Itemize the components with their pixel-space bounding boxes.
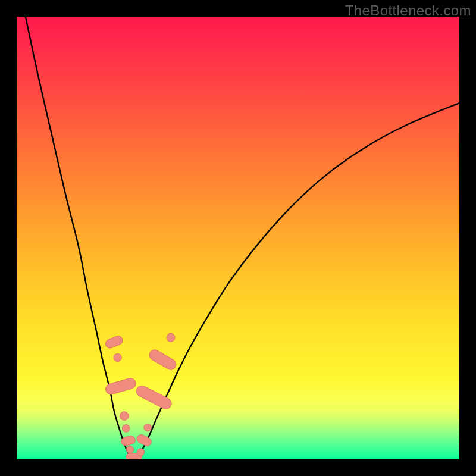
chart-root: TheBottleneck.com <box>0 0 476 476</box>
data-marker <box>104 377 137 396</box>
data-marker <box>120 412 129 421</box>
data-marker <box>120 435 136 446</box>
data-marker <box>126 446 134 453</box>
data-marker <box>122 425 130 433</box>
data-marker <box>144 424 152 431</box>
curve-right-branch <box>136 103 459 458</box>
plot-area <box>17 17 459 459</box>
data-marker <box>137 449 145 456</box>
data-marker <box>167 333 175 342</box>
data-marker <box>104 334 124 349</box>
data-marker <box>134 384 173 411</box>
chart-svg <box>17 17 459 459</box>
data-marker <box>148 348 178 372</box>
curve-group <box>26 17 459 458</box>
data-marker <box>114 353 121 361</box>
